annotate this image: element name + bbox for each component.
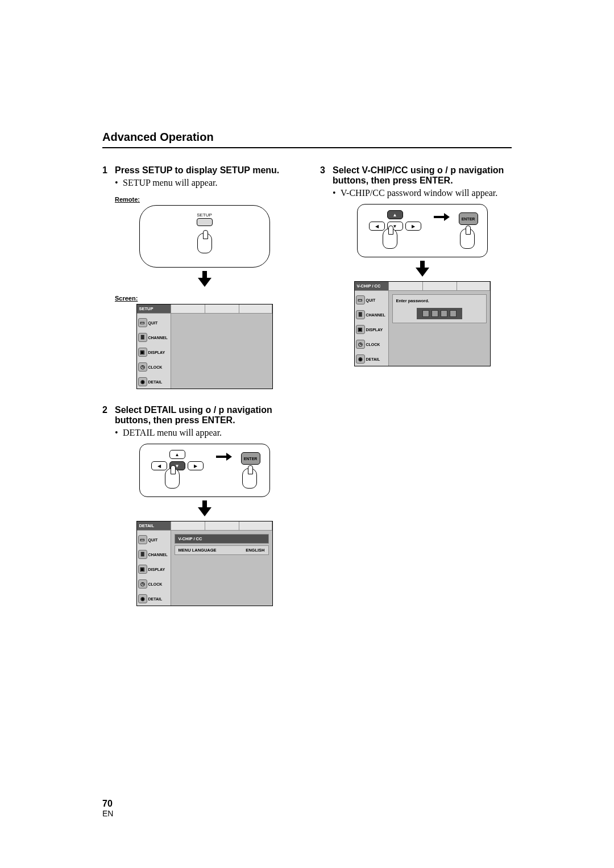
display-icon: ▣ [356, 325, 365, 334]
page-number: 70 [102, 799, 113, 809]
menu-sidebar: ▭QUIT ≣CHANNEL ▣DISPLAY ◷CLOCK ◉DETAIL [137, 314, 171, 389]
step-3: 3 Select V-CHIP/CC using o / p navigatio… [320, 165, 512, 186]
step-2-heading: Select DETAIL using o / p navigation but… [115, 405, 294, 425]
down-arrow-icon [416, 261, 429, 277]
menu-row-lang: MENU LANGUAGE ENGLISH [175, 545, 269, 555]
screen-tab: DETAIL [137, 521, 171, 530]
clock-icon: ◷ [138, 579, 147, 589]
password-box [422, 310, 429, 317]
setup-button-icon [197, 218, 213, 226]
step-3-bullet-text: V-CHIP/CC password window will appear. [341, 188, 497, 198]
nav-right: ▶ [188, 461, 204, 470]
step-3-heading-a: Select V-CHIP/CC using [333, 165, 437, 175]
finger-icon [197, 233, 212, 253]
menu-quit: QUIT [366, 298, 376, 302]
remote-diagram-1: SETUP [139, 205, 270, 268]
detail-icon: ◉ [356, 354, 365, 364]
menu-display: DISPLAY [148, 350, 165, 354]
arrow-right-icon [216, 456, 226, 458]
page-lang: EN [102, 809, 113, 818]
remote-diagram-2: ▲ ◀ ▼ ▶ ENTER [139, 444, 270, 497]
setup-button-label: SETUP [197, 212, 212, 218]
step-2: 2 Select DETAIL using o / p navigation b… [102, 405, 294, 425]
menu-row-lang-label: MENU LANGUAGE [179, 548, 217, 553]
password-box [450, 310, 457, 317]
menu-row-lang-value: ENGLISH [246, 548, 264, 553]
down-arrow-icon [198, 500, 211, 516]
finger-icon [383, 228, 397, 249]
step-2-bullet: •DETAIL menu will appear. [102, 428, 294, 438]
arrow-right-icon [434, 216, 444, 218]
quit-icon: ▭ [138, 535, 147, 544]
step-1-bullet-text: SETUP menu will appear. [123, 178, 218, 188]
clock-icon: ◷ [138, 362, 147, 372]
step-3-num: 3 [320, 165, 333, 186]
finger-icon [242, 468, 257, 489]
menu-detail: DETAIL [366, 357, 380, 361]
step-1-bullet: •SETUP menu will appear. [102, 178, 294, 188]
menu-sidebar: ▭QUIT ≣CHANNEL ▣DISPLAY ◷CLOCK ◉DETAIL [137, 531, 171, 606]
nav-left: ◀ [369, 222, 385, 231]
menu-channel: CHANNEL [366, 313, 385, 317]
display-icon: ▣ [138, 565, 147, 574]
menu-clock: CLOCK [366, 343, 380, 347]
password-box [432, 310, 438, 317]
screen-vchip: V-CHIP / CC ▭QUIT ≣CHANNEL ▣DISPLAY ◷CLO… [354, 281, 491, 366]
menu-quit: QUIT [148, 321, 158, 325]
remote-diagram-3: ▲ ◀ ▼ ▶ ENTER [357, 204, 488, 257]
screen-label: Screen: [115, 295, 294, 302]
screen-setup: SETUP ▭QUIT ≣CHANNEL ▣DISPLAY ◷CLOCK ◉DE… [136, 304, 273, 389]
remote-label: Remote: [115, 196, 294, 203]
right-column: 3 Select V-CHIP/CC using o / p navigatio… [320, 165, 512, 606]
menu-row-vchip-label: V-CHIP / CC [179, 536, 202, 541]
finger-icon [460, 228, 475, 249]
password-prompt: Enter password. [396, 298, 483, 303]
finger-icon [165, 468, 180, 489]
step-1: 1 Press SETUP to display SETUP menu. [102, 165, 294, 176]
menu-clock: CLOCK [148, 365, 163, 369]
step-3-bullet: •V-CHIP/CC password window will appear. [320, 188, 512, 198]
menu-display: DISPLAY [148, 567, 165, 571]
menu-channel: CHANNEL [148, 336, 168, 340]
menu-row-vchip: V-CHIP / CC [175, 534, 269, 544]
step-2-num: 2 [102, 405, 115, 425]
nav-up: ▲ [387, 210, 403, 219]
screen-detail: DETAIL ▭QUIT ≣CHANNEL ▣DISPLAY ◷CLOCK ◉D… [136, 521, 273, 606]
password-box [441, 310, 447, 317]
nav-up: ▲ [169, 450, 185, 459]
nav-right: ▶ [405, 222, 421, 231]
menu-display: DISPLAY [366, 328, 383, 332]
step-2-bullet-text: DETAIL menu will appear. [123, 428, 222, 438]
section-title: Advanced Operation [102, 131, 512, 148]
password-boxes [417, 308, 462, 319]
quit-icon: ▭ [356, 295, 365, 304]
menu-detail: DETAIL [148, 597, 163, 601]
nav-left: ◀ [151, 461, 167, 470]
password-panel: Enter password. [392, 294, 487, 323]
step-2-heading-a: Select DETAIL using [115, 405, 205, 415]
step-1-num: 1 [102, 165, 115, 176]
channel-icon: ≣ [356, 310, 365, 319]
screen-tab: V-CHIP / CC [355, 282, 389, 290]
channel-icon: ≣ [138, 333, 147, 342]
left-column: 1 Press SETUP to display SETUP menu. •SE… [102, 165, 294, 606]
step-2-nav-glyph: o / p [205, 405, 224, 415]
menu-quit: QUIT [148, 538, 158, 542]
menu-detail: DETAIL [148, 380, 163, 384]
channel-icon: ≣ [138, 550, 147, 559]
quit-icon: ▭ [138, 318, 147, 327]
step-3-nav-glyph: o / p [437, 165, 456, 175]
page-footer: 70 EN [102, 799, 113, 818]
menu-sidebar: ▭QUIT ≣CHANNEL ▣DISPLAY ◷CLOCK ◉DETAIL [355, 291, 389, 366]
enter-button: ENTER [459, 212, 478, 225]
enter-button: ENTER [241, 452, 260, 465]
detail-icon: ◉ [138, 377, 147, 386]
menu-channel: CHANNEL [148, 553, 168, 557]
detail-icon: ◉ [138, 594, 147, 603]
display-icon: ▣ [138, 348, 147, 357]
down-arrow-icon [198, 271, 211, 287]
menu-clock: CLOCK [148, 582, 163, 586]
screen-tab: SETUP [137, 304, 171, 313]
step-1-heading: Press SETUP to display SETUP menu. [115, 165, 279, 176]
clock-icon: ◷ [356, 340, 365, 349]
